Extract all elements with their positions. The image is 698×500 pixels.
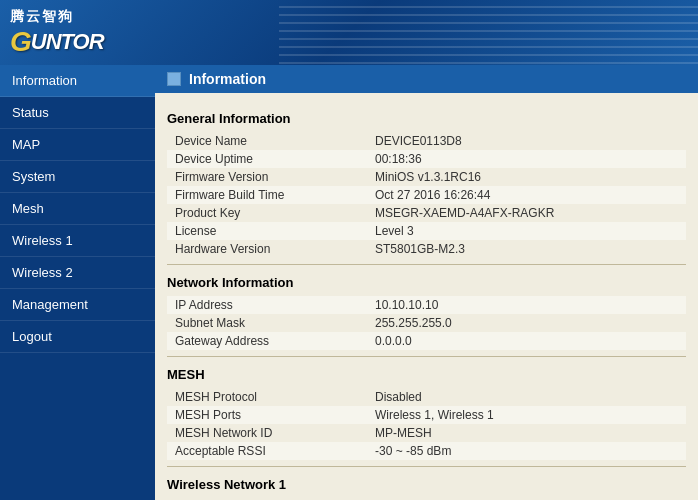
sidebar-item-status-label: Status <box>12 105 49 120</box>
value-ip-address: 10.10.10.10 <box>375 298 438 312</box>
value-gateway-address: 0.0.0.0 <box>375 334 412 348</box>
header: 腾云智狗 G UNTOR <box>0 0 698 65</box>
sidebar-item-status[interactable]: Status <box>0 97 155 129</box>
value-license: Level 3 <box>375 224 414 238</box>
label-gateway-address: Gateway Address <box>175 334 375 348</box>
sidebar-item-management-label: Management <box>12 297 88 312</box>
divider-2 <box>167 356 686 357</box>
section-wireless1-title: Wireless Network 1 <box>167 477 686 494</box>
value-product-key: MSEGR-XAEMD-A4AFX-RAGKR <box>375 206 554 220</box>
label-product-key: Product Key <box>175 206 375 220</box>
value-hardware-version: ST5801GB-M2.3 <box>375 242 465 256</box>
sidebar-item-system[interactable]: System <box>0 161 155 193</box>
table-row: Subnet Mask 255.255.255.0 <box>167 314 686 332</box>
sidebar-item-mesh[interactable]: Mesh <box>0 193 155 225</box>
value-firmware-build-time: Oct 27 2016 16:26:44 <box>375 188 490 202</box>
value-mesh-network-id: MP-MESH <box>375 426 432 440</box>
label-license: License <box>175 224 375 238</box>
value-device-name: DEVICE0113D8 <box>375 134 462 148</box>
label-hardware-version: Hardware Version <box>175 242 375 256</box>
value-mesh-ports: Wireless 1, Wireless 1 <box>375 408 494 422</box>
value-firmware-version: MiniOS v1.3.1RC16 <box>375 170 481 184</box>
label-device-name: Device Name <box>175 134 375 148</box>
sidebar: Information Status MAP System Mesh Wirel… <box>0 65 155 500</box>
sidebar-item-wireless1-label: Wireless 1 <box>12 233 73 248</box>
logo-rest: UNTOR <box>31 29 104 55</box>
value-device-uptime: 00:18:36 <box>375 152 422 166</box>
label-firmware-version: Firmware Version <box>175 170 375 184</box>
table-row: Gateway Address 0.0.0.0 <box>167 332 686 350</box>
main-content: Information General Information Device N… <box>155 65 698 500</box>
table-row: Hardware Version ST5801GB-M2.3 <box>167 240 686 258</box>
table-row: Firmware Build Time Oct 27 2016 16:26:44 <box>167 186 686 204</box>
label-mesh-network-id: MESH Network ID <box>175 426 375 440</box>
content-header-icon <box>167 72 181 86</box>
table-row: MESH Ports Wireless 1, Wireless 1 <box>167 406 686 424</box>
section-general-title: General Information <box>167 111 686 128</box>
value-mesh-protocol: Disabled <box>375 390 422 404</box>
value-subnet-mask: 255.255.255.0 <box>375 316 452 330</box>
label-device-uptime: Device Uptime <box>175 152 375 166</box>
sidebar-item-logout[interactable]: Logout <box>0 321 155 353</box>
table-row: Acceptable RSSI -30 ~ -85 dBm <box>167 442 686 460</box>
main-layout: Information Status MAP System Mesh Wirel… <box>0 65 698 500</box>
logo-g-letter: G <box>10 26 31 58</box>
sidebar-item-mesh-label: Mesh <box>12 201 44 216</box>
content-title: Information <box>189 71 266 87</box>
table-row: Device Name DEVICE0113D8 <box>167 132 686 150</box>
table-row: IP Address 10.10.10.10 <box>167 296 686 314</box>
table-row: MESH Network ID MP-MESH <box>167 424 686 442</box>
sidebar-item-map-label: MAP <box>12 137 40 152</box>
label-firmware-build-time: Firmware Build Time <box>175 188 375 202</box>
logo-cn-text: 腾云智狗 <box>10 8 74 26</box>
section-network-title: Network Information <box>167 275 686 292</box>
table-row: Firmware Version MiniOS v1.3.1RC16 <box>167 168 686 186</box>
label-ip-address: IP Address <box>175 298 375 312</box>
sidebar-item-management[interactable]: Management <box>0 289 155 321</box>
table-row: MESH Protocol Disabled <box>167 388 686 406</box>
value-acceptable-rssi: -30 ~ -85 dBm <box>375 444 451 458</box>
sidebar-item-information[interactable]: Information <box>0 65 155 97</box>
sidebar-item-wireless2-label: Wireless 2 <box>12 265 73 280</box>
sidebar-item-wireless2[interactable]: Wireless 2 <box>0 257 155 289</box>
sidebar-item-system-label: System <box>12 169 55 184</box>
divider-3 <box>167 466 686 467</box>
section-mesh-title: MESH <box>167 367 686 384</box>
label-subnet-mask: Subnet Mask <box>175 316 375 330</box>
divider-1 <box>167 264 686 265</box>
label-acceptable-rssi: Acceptable RSSI <box>175 444 375 458</box>
sidebar-item-logout-label: Logout <box>12 329 52 344</box>
label-mesh-ports: MESH Ports <box>175 408 375 422</box>
sidebar-item-wireless1[interactable]: Wireless 1 <box>0 225 155 257</box>
logo-en-text: G UNTOR <box>10 26 104 58</box>
table-row: Product Key MSEGR-XAEMD-A4AFX-RAGKR <box>167 204 686 222</box>
logo-area: 腾云智狗 G UNTOR <box>10 8 104 58</box>
content-body: General Information Device Name DEVICE01… <box>155 93 698 500</box>
sidebar-item-information-label: Information <box>12 73 77 88</box>
sidebar-item-map[interactable]: MAP <box>0 129 155 161</box>
table-row: Device Uptime 00:18:36 <box>167 150 686 168</box>
label-mesh-protocol: MESH Protocol <box>175 390 375 404</box>
table-row: License Level 3 <box>167 222 686 240</box>
content-header: Information <box>155 65 698 93</box>
